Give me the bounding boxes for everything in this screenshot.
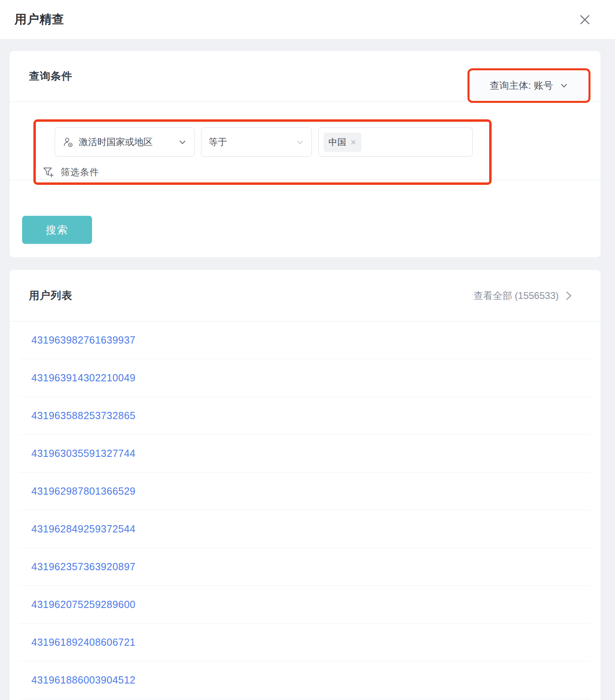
user-id-row: 431963588253732865 <box>19 397 591 435</box>
user-id-row: 431962987801366529 <box>19 473 591 510</box>
query-conditions-title: 查询条件 <box>29 69 72 83</box>
filter-value-input[interactable]: 中国 <box>318 127 473 157</box>
close-icon <box>578 12 592 27</box>
chevron-down-icon <box>560 81 568 90</box>
filter-operator-dropdown[interactable]: 等于 <box>201 127 312 157</box>
user-id-link[interactable]: 431962075259289600 <box>31 599 135 610</box>
user-id-row: 431962075259289600 <box>19 586 591 624</box>
search-button[interactable]: 搜索 <box>22 216 92 244</box>
filter-field-dropdown[interactable]: 激活时国家或地区 <box>55 127 195 157</box>
chevron-down-icon <box>295 138 304 147</box>
user-id-row: 431963914302210049 <box>19 359 591 397</box>
view-all-label: 查看全部 (1556533) <box>474 289 559 302</box>
user-id-row: 431962357363920897 <box>19 548 591 586</box>
user-id-row: 431961892408606721 <box>19 624 591 661</box>
filters-divider <box>10 180 601 180</box>
user-id-link[interactable]: 431963914302210049 <box>31 372 135 384</box>
chevron-down-icon <box>178 138 187 147</box>
tag-close-icon[interactable] <box>350 139 357 145</box>
user-id-link[interactable]: 431963588253732865 <box>31 410 135 422</box>
query-subject-annotation-box: 查询主体: 账号 <box>467 68 590 103</box>
view-all-link[interactable]: 查看全部 (1556533) <box>474 289 572 302</box>
user-id-link[interactable]: 431963035591327744 <box>31 448 135 459</box>
query-subject-label: 查询主体: 账号 <box>490 79 553 92</box>
user-id-row: 431961886003904512 <box>19 661 591 699</box>
user-location-icon <box>62 137 74 148</box>
value-tag-label: 中国 <box>328 136 346 148</box>
user-id-row: 431963982761639937 <box>19 321 591 359</box>
filter-field-label: 激活时国家或地区 <box>79 136 153 148</box>
user-id-link[interactable]: 431963982761639937 <box>31 334 135 346</box>
user-id-row: 431963035591327744 <box>19 435 591 473</box>
value-tag: 中国 <box>324 133 361 152</box>
user-id-link[interactable]: 431962849259372544 <box>31 523 135 535</box>
user-id-link[interactable]: 431961886003904512 <box>31 674 135 686</box>
add-filter-button[interactable]: 筛选条件 <box>42 164 99 180</box>
user-list-panel: 用户列表 查看全部 (1556533) 43196398276163993743… <box>10 270 601 700</box>
user-list-header: 用户列表 查看全部 (1556533) <box>10 270 601 321</box>
user-id-list: 4319639827616399374319639143022100494319… <box>10 321 601 699</box>
chevron-right-icon <box>565 290 572 302</box>
modal-header: 用户精查 <box>0 0 615 39</box>
user-id-link[interactable]: 431961892408606721 <box>31 637 135 648</box>
filter-group-line <box>35 123 36 168</box>
query-subject-dropdown[interactable]: 查询主体: 账号 <box>471 72 587 99</box>
user-id-link[interactable]: 431962357363920897 <box>31 561 135 573</box>
close-button[interactable] <box>577 12 593 28</box>
user-id-row: 431962849259372544 <box>19 510 591 548</box>
page-title: 用户精查 <box>14 11 64 28</box>
add-filter-label: 筛选条件 <box>61 166 99 178</box>
query-conditions-panel: 查询条件 查询主体: 账号 激活时国家或地区 <box>10 51 601 257</box>
filter-plus-icon <box>42 166 55 178</box>
user-id-link[interactable]: 431962987801366529 <box>31 485 135 497</box>
filter-operator-label: 等于 <box>209 136 227 148</box>
user-list-title: 用户列表 <box>29 289 72 303</box>
